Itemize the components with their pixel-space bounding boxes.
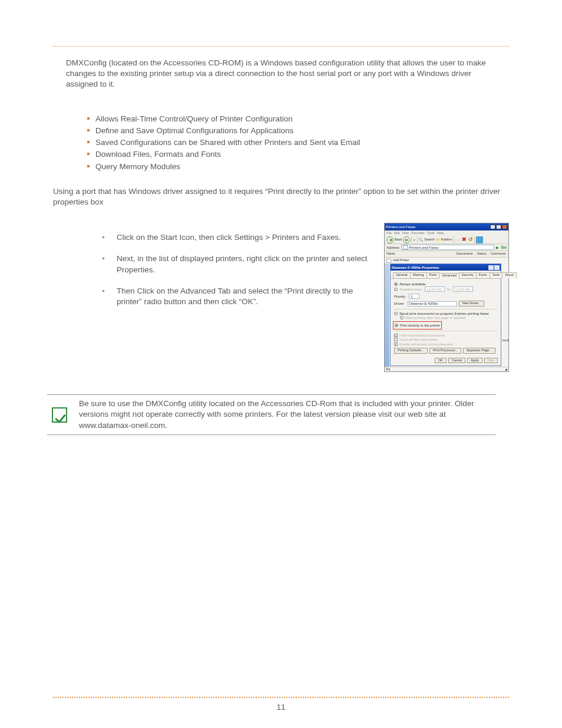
search-icon: 🔍 (419, 238, 423, 242)
ok-button: OK (435, 358, 447, 364)
feature-item: Allows Real-Time Control/Query of Printe… (87, 114, 509, 124)
label-hold: Hold mismatched documents (399, 334, 445, 337)
note-text: Be sure to use the DMXConfig utility loc… (74, 395, 496, 435)
tab-tools: Tools (490, 272, 503, 278)
chk-hold: ✓ (394, 334, 398, 337)
close-icon (502, 225, 507, 229)
column-headers: Name Documents Status Comments (385, 251, 508, 258)
maximize-icon (496, 225, 501, 229)
priority-field: 1 (409, 294, 419, 299)
dialog-tabs: General Sharing Ports Advanced Security … (391, 271, 501, 279)
tab-about: About (502, 272, 516, 278)
views-icon (476, 236, 483, 243)
menu-item: Help (437, 232, 444, 235)
label-priority: Priority: (394, 295, 406, 298)
feature-item: Download Files, Formats and Fonts (87, 149, 509, 160)
toolbar: ◀ Back ▶ ↵ 🔍 Search 📁 Folders ||| ✖ ↺ (385, 236, 508, 244)
bottom-rule (53, 697, 509, 699)
tab-general: General (393, 272, 411, 278)
label-always: Always available (399, 282, 425, 286)
menu-item: Edit (394, 232, 399, 235)
menu-item: View (402, 232, 409, 235)
folder-icon (403, 245, 408, 249)
note-box: Be sure to use the DMXConfig utility loc… (47, 394, 496, 435)
delete-icon: ✖ (462, 237, 467, 242)
label-available-from: Available from (399, 288, 422, 291)
time-to: 12:00 AM (453, 286, 473, 292)
add-printer-label: Add Printer (393, 259, 409, 262)
col-comments: Comments (488, 252, 508, 256)
address-label: Address (386, 246, 399, 249)
page-number: 11 (276, 702, 285, 713)
feature-item: Define and Save Optimal Configurations f… (87, 126, 509, 136)
tab-sharing: Sharing (410, 272, 427, 278)
printing-defaults-button: Printing Defaults... (394, 348, 428, 354)
menu-item: Tools (427, 232, 435, 235)
menu-item: Favorites (411, 232, 425, 235)
search-label: Search (424, 238, 434, 242)
feature-item: Saved Configurations can be Shared with … (87, 137, 509, 148)
time-from: 12:00 AM (425, 286, 445, 292)
radio-available-from (394, 288, 398, 291)
explorer-sidebar (385, 263, 389, 367)
label-spool: Spool print documents so program finishe… (399, 312, 489, 315)
fwd-icon: ▶ (403, 236, 410, 243)
feature-list: Allows Real-Time Control/Query of Printe… (87, 114, 509, 172)
step-item: Then Click on the Advanced Tab and selec… (103, 286, 373, 307)
dialog-title: Datamax E-4205e Properties (392, 266, 439, 269)
radio-always (394, 282, 398, 286)
address-field: Printers and Faxes (401, 245, 494, 250)
close-icon (494, 265, 500, 270)
up-icon: ↵ (413, 238, 416, 242)
add-printer-icon (386, 259, 391, 263)
label-direct: Print directly to the printer (400, 324, 440, 327)
label-keep: Keep printed documents (399, 338, 438, 341)
go-icon: ▶ (496, 246, 499, 249)
chk-enable: ✓ (394, 342, 398, 346)
label-spool-sub: Start printing after last page is spoole… (405, 316, 465, 319)
driver-field: Datamax E-4205e (408, 301, 457, 307)
checkmark-icon (52, 407, 67, 423)
properties-dialog: Datamax E-4205e Properties General Shari… (390, 263, 501, 366)
intro-paragraph: DMXConfig (located on the Accessories CD… (66, 58, 496, 90)
radio-spool (394, 312, 398, 315)
statusbar: Sta ◢ (385, 367, 508, 371)
step-item: Click on the Start Icon, then click Sett… (103, 232, 373, 243)
label-driver: Driver: (394, 302, 405, 305)
address-value: Printers and Faxes (409, 246, 438, 249)
go-label: Go (501, 245, 507, 249)
help-button: Help (484, 358, 498, 364)
separator-page-button: Separator Page... (463, 348, 495, 354)
label-to: To (447, 288, 450, 291)
folders-icon: 📁 (436, 238, 440, 242)
tab-ports: Ports (427, 272, 440, 278)
radio-spool-sub (400, 316, 404, 319)
resize-grip-icon: ◢ (505, 368, 507, 371)
minimize-icon (490, 225, 495, 229)
list-row: Add Printer (385, 258, 508, 263)
back-icon: ◀ (386, 236, 394, 243)
cancel-button: Cancel (448, 358, 465, 364)
chk-keep (394, 338, 398, 341)
help-icon (488, 265, 494, 270)
status-left: Sta (386, 368, 391, 371)
col-documents: Documents (455, 252, 475, 256)
radio-direct (395, 324, 398, 327)
menu-item: File (386, 232, 392, 235)
tab-security: Security (459, 272, 477, 278)
tab-fonts: Fonts (476, 272, 490, 278)
mid-paragraph: Using a port that has Windows driver ass… (53, 186, 509, 207)
new-driver-button: New Driver... (459, 301, 484, 307)
properties-screenshot: Printers and Faxes File Edit View Favori… (384, 223, 509, 372)
tab-advanced: Advanced (439, 273, 459, 279)
folders-label: Folders (441, 238, 452, 242)
label-enable: Enable advanced printing features (399, 342, 453, 346)
back-label: Back (395, 238, 402, 242)
address-bar: Address Printers and Faxes ▶ Go (385, 244, 508, 251)
print-processor-button: Print Processor... (429, 348, 461, 354)
top-rule (53, 46, 509, 47)
refresh-icon: ↺ (468, 237, 473, 242)
menubar: File Edit View Favorites Tools Help (385, 230, 508, 236)
window-controls (490, 225, 507, 229)
dialog-controls (488, 265, 500, 270)
